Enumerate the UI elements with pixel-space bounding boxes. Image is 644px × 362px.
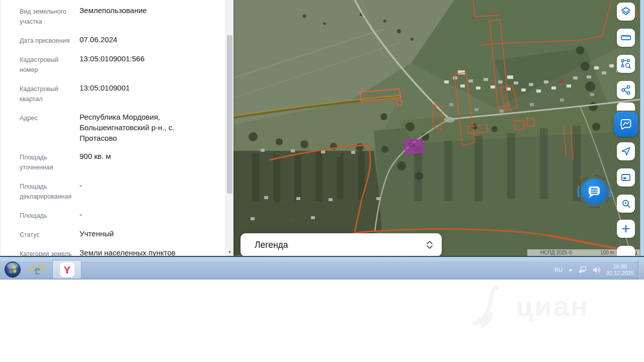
info-row-cadastral-block: Кадастровый квартал 13:05:0109001 [20,82,233,104]
show-hidden-icons-arrow[interactable] [568,267,573,272]
row-label: Категория земель [20,247,79,256]
taskbar-clock[interactable]: 16:00 02.12.2025 [606,263,634,277]
volume-icon[interactable] [593,266,601,274]
svg-text:Y: Y [63,264,70,276]
mini-map-button[interactable] [617,168,635,187]
show-desktop-button[interactable] [638,260,644,280]
desktop-background: циан [0,280,644,362]
scale-label: 100 m [600,250,614,255]
search-area-button[interactable] [617,195,635,213]
legend-panel[interactable]: Легенда [240,233,442,256]
row-value: 07.06.2024 [79,34,205,46]
browser-viewport: Вид земельного участка Землепользование … [0,0,644,256]
attribution-text: НСПД 2025 © [540,250,573,255]
zoom-out-button[interactable] [617,246,635,256]
row-value: 900 кв. м [79,151,205,172]
info-row-area-declared: Площадь декларированная - [20,180,233,202]
info-row-land-type: Вид земельного участка Землепользование [20,5,233,27]
info-row-cadastral-number: Кадастровый номер 13:05:0109001:566 [20,53,233,75]
clock-date: 02.12.2025 [606,270,634,277]
zoom-in-button[interactable] [617,220,635,238]
scrollbar-thumb[interactable] [227,35,232,194]
legend-title: Легенда [255,240,288,250]
row-value: - [79,180,205,202]
chat-fab-button[interactable] [576,173,613,210]
info-row-date: Дата присвоения 07.06.2024 [20,34,233,46]
measure-area-button[interactable] [617,55,635,73]
ruler-icon [620,32,631,43]
row-label: Площадь уточненная [20,151,79,172]
row-label: Адрес [20,112,79,143]
locate-button[interactable] [617,142,635,160]
measure-area-icon [620,58,631,69]
cian-watermark: циан [465,283,589,329]
scrollbar-down-arrow-icon[interactable]: ▼ [226,248,233,256]
locate-arrow-icon [620,146,631,157]
share-button[interactable] [617,81,635,99]
draw-parcel-icon [619,117,633,131]
yandex-browser-button[interactable]: Y [52,260,82,279]
internet-explorer-icon: e [29,261,46,279]
taskbar: e Y RU [0,260,644,280]
clock-time: 16:00 [606,263,634,270]
parcel-info-panel: Вид земельного участка Землепользование … [0,0,233,256]
svg-text:e: e [34,262,40,278]
layers-icon [620,6,631,17]
map-area[interactable]: Легенда НСПД 2025 © 100 m [233,0,640,256]
row-label: Кадастровый номер [20,53,79,75]
system-tray: RU 16:00 02.12.2025 [554,260,634,280]
network-icon[interactable] [579,266,587,274]
share-icon [620,84,631,96]
minus-icon [620,249,631,256]
info-row-address: Адрес Республика Мордовия, Большеигнатов… [20,112,233,143]
layers-button[interactable] [617,3,635,21]
info-row-area-refined: Площадь уточненная 900 кв. м [20,151,233,172]
mini-map-icon [620,172,631,183]
yandex-browser-icon: Y [60,262,74,277]
window-border-right [640,0,644,256]
row-value: - [79,209,205,221]
draw-parcel-button-active[interactable] [614,112,638,137]
legend-expand-collapse-icon[interactable] [426,240,434,250]
internet-explorer-button[interactable]: e [27,261,47,279]
desktop-screen: Вид земельного участка Землепользование … [0,0,644,362]
row-value: Земли населенных пунктов [79,247,205,256]
map-toolbar [617,0,640,256]
ruler-button[interactable] [617,29,635,47]
search-area-icon [620,198,631,209]
row-label: Статус [20,228,79,240]
watermark-text: циан [516,290,589,322]
satellite-map[interactable] [233,0,640,256]
row-label: Вид земельного участка [20,5,79,27]
window-border-bottom [0,256,644,260]
row-value: 13:05:0109001 [79,82,205,104]
row-value: Учтенный [79,228,205,240]
row-label: Площадь декларированная [20,180,79,202]
row-label: Дата присвоения [20,34,79,46]
selected-parcel[interactable] [406,140,423,153]
row-value: Землепользование [79,5,205,27]
row-value: 13:05:0109001:566 [79,53,205,75]
language-indicator[interactable]: RU [554,267,562,273]
plus-icon [620,223,631,234]
hidden-tool-button[interactable] [617,103,635,111]
start-button[interactable] [4,261,21,278]
info-row-area: Площадь - [20,209,233,221]
row-label: Площадь [20,209,79,221]
info-row-land-category: Категория земель Земли населенных пункто… [20,247,233,256]
row-label: Кадастровый квартал [20,82,79,104]
cian-bird-icon [465,283,511,329]
panel-scrollbar[interactable]: ▼ [225,0,233,256]
info-row-status: Статус Учтенный [20,228,233,240]
row-value: Республика Мордовия, Большеигнатовский р… [79,112,205,143]
